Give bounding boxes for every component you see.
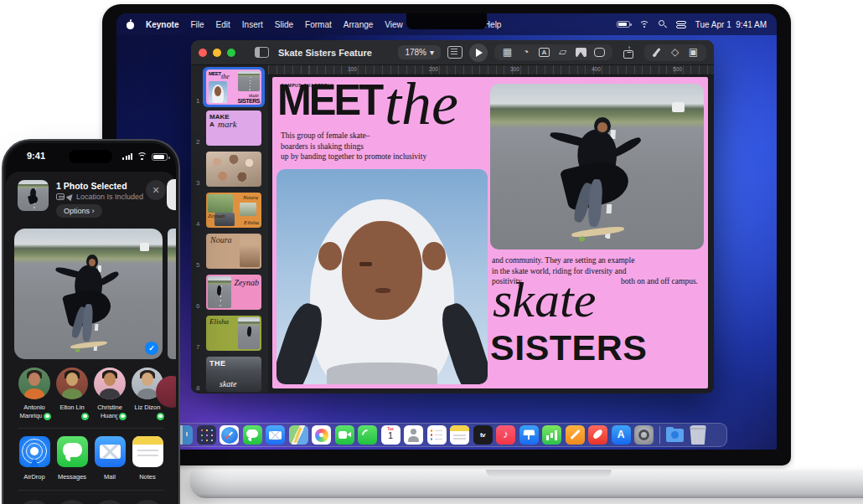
next-photo-edge[interactable] xyxy=(168,229,176,359)
contact-liz[interactable]: Liz Dizon xyxy=(129,368,166,420)
nav-slide-2[interactable]: 2 MAKE A mark xyxy=(191,111,268,146)
menu-edit[interactable]: Edit xyxy=(216,20,230,29)
dock-phone-icon[interactable] xyxy=(358,425,377,445)
format-brush-icon[interactable] xyxy=(652,48,662,58)
menu-insert[interactable]: Insert xyxy=(242,20,263,29)
dock-mail-icon[interactable] xyxy=(266,425,285,445)
share-app-mail[interactable]: Mail xyxy=(91,436,128,482)
dock-reminders-icon[interactable] xyxy=(427,425,447,445)
slide-1-thumbnail[interactable]: MEET the skate SISTERS xyxy=(206,69,261,105)
minimize-window-button[interactable] xyxy=(213,49,221,57)
dock-appstore-icon[interactable]: A xyxy=(612,425,631,445)
add-slide-button[interactable] xyxy=(447,46,463,59)
slide-headline-script[interactable]: the xyxy=(385,74,458,134)
dock-calendar-icon[interactable]: Tue 1 xyxy=(381,425,400,445)
dock-safari-icon[interactable] xyxy=(220,425,239,445)
dock-trash-icon[interactable] xyxy=(689,425,708,445)
slide-4-thumbnail[interactable]: Noura Zeynab Elisha xyxy=(206,193,261,228)
dock-keynote-icon[interactable] xyxy=(519,425,539,445)
road-scene xyxy=(14,229,163,359)
share-app-airdrop[interactable]: AirDrop xyxy=(16,436,53,482)
dock-settings-icon[interactable] xyxy=(634,425,654,445)
nav-slide-8[interactable]: 8 THE skate xyxy=(191,357,268,392)
dock-pages-icon[interactable] xyxy=(566,425,585,445)
partial-app-icon[interactable] xyxy=(167,179,176,210)
menu-app-name[interactable]: Keynote xyxy=(146,20,178,29)
add-to-album-action-button[interactable] xyxy=(55,500,89,504)
battery-icon[interactable] xyxy=(617,21,630,28)
slide-number: 7 xyxy=(196,343,199,351)
contact-christine[interactable]: Christine Huang xyxy=(91,368,128,420)
nav-slide-7[interactable]: 7 Elisha xyxy=(191,316,268,351)
nav-slide-5[interactable]: 5 Noura xyxy=(191,234,268,269)
dock-maps-icon[interactable] xyxy=(289,425,308,445)
dock-music-icon[interactable]: ♪ xyxy=(496,425,515,445)
animate-icon[interactable]: ◇ xyxy=(669,48,680,57)
menu-file[interactable]: File xyxy=(190,20,204,29)
slide-footer-script[interactable]: skate xyxy=(493,275,596,325)
media-icon[interactable] xyxy=(576,48,587,57)
comment-icon[interactable] xyxy=(594,48,605,57)
slide-7-thumbnail[interactable]: Elisha xyxy=(206,316,261,351)
road-photo[interactable] xyxy=(490,84,704,249)
slide-editor[interactable]: CAMPUS QUARTERLY MEET the This group of … xyxy=(272,77,708,388)
slide-footer-word[interactable]: SISTERS xyxy=(490,330,648,366)
contact-elton[interactable]: Elton Lin xyxy=(54,368,90,420)
portrait-photo[interactable] xyxy=(276,169,488,384)
shape-icon[interactable]: ▱ xyxy=(557,48,568,57)
wifi-icon[interactable] xyxy=(639,21,649,28)
dock-photos-icon[interactable] xyxy=(312,425,331,445)
close-icon[interactable]: ✕ xyxy=(146,180,166,200)
view-sidebar-button[interactable] xyxy=(255,47,269,58)
dock-launchpad-icon[interactable] xyxy=(197,425,216,445)
apple-menu-icon[interactable] xyxy=(127,20,134,29)
text-box-icon[interactable]: A xyxy=(539,48,550,57)
nav-slide-3[interactable]: 3 xyxy=(191,152,268,187)
zoom-window-button[interactable] xyxy=(227,49,235,57)
thumb-photo xyxy=(208,276,231,308)
dock-downloads-icon[interactable] xyxy=(665,425,685,445)
hand-shape xyxy=(422,242,446,270)
selected-photo[interactable] xyxy=(14,229,163,359)
share-app-messages[interactable]: Messages xyxy=(54,436,90,482)
menu-format[interactable]: Format xyxy=(305,20,332,29)
zoom-level-control[interactable]: 178%▾ xyxy=(398,45,441,59)
slide-3-thumbnail[interactable] xyxy=(206,152,261,187)
slide-8-thumbnail[interactable]: THE skate xyxy=(206,357,261,392)
search-icon[interactable] xyxy=(659,20,667,28)
play-button[interactable] xyxy=(469,44,488,62)
dock-contacts-icon[interactable] xyxy=(404,425,423,445)
dock-tv-icon[interactable]: tv xyxy=(473,425,493,445)
menu-slide[interactable]: Slide xyxy=(275,20,293,29)
slide-5-thumbnail[interactable]: Noura xyxy=(206,234,261,269)
add-to-shared-album-action-button[interactable] xyxy=(93,500,127,504)
share-app-notes[interactable]: Notes xyxy=(129,436,166,482)
slide-2-thumbnail[interactable]: MAKE A mark xyxy=(206,111,261,146)
chart-icon[interactable]: ◔ xyxy=(520,48,531,57)
nav-slide-6[interactable]: 6 Zeynab xyxy=(191,275,268,310)
control-center-icon[interactable] xyxy=(676,21,686,28)
dock-messages-icon[interactable] xyxy=(243,425,262,445)
menu-view[interactable]: View xyxy=(385,20,403,29)
copy-action-button[interactable] xyxy=(18,500,51,504)
slide-6-thumbnail[interactable]: Zeynab xyxy=(206,275,261,310)
menu-clock[interactable]: Tue Apr 1 9:41 AM xyxy=(695,20,767,29)
menu-arrange[interactable]: Arrange xyxy=(344,20,374,29)
nav-slide-1[interactable]: 1 MEET the skate SISTERS xyxy=(191,69,268,105)
thumb-portrait-photo xyxy=(209,81,227,103)
photo-carousel: ✓ xyxy=(14,229,176,359)
slide-headline[interactable]: MEET xyxy=(277,72,381,129)
close-window-button[interactable] xyxy=(199,49,207,57)
dock-facetime-icon[interactable] xyxy=(335,425,354,445)
share-icon[interactable]: ↑ xyxy=(619,44,638,61)
dock-rocket-app-icon[interactable] xyxy=(588,425,607,445)
table-icon[interactable]: ▦ xyxy=(502,48,513,57)
airplay-action-button[interactable] xyxy=(131,500,164,504)
document-icon[interactable]: ▣ xyxy=(688,48,699,57)
dock-notes-icon[interactable] xyxy=(450,425,469,445)
options-button[interactable]: Options › xyxy=(56,204,102,218)
nav-slide-4[interactable]: 4 Noura Zeynab Elisha xyxy=(191,193,268,228)
dock-numbers-icon[interactable] xyxy=(542,425,561,445)
slide-intro-text[interactable]: This group of female skate– boarders is … xyxy=(281,131,426,162)
contact-antonio[interactable]: Antonio Manriquez xyxy=(16,368,53,420)
